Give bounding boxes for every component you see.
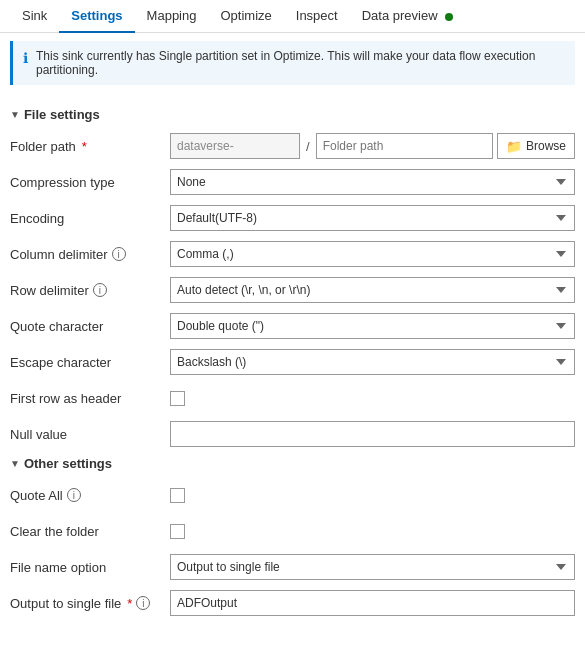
info-banner: ℹ This sink currently has Single partiti… [10, 41, 575, 85]
tab-inspect[interactable]: Inspect [284, 0, 350, 33]
file-name-option-label: File name option [10, 560, 170, 575]
row-delimiter-select[interactable]: Auto detect (\r, \n, or \r\n) \r\n \n \r [170, 277, 575, 303]
row-delimiter-label: Row delimiter i [10, 283, 170, 298]
escape-character-control: Backslash (\) Double quote (") None [170, 349, 575, 375]
path-separator: / [304, 139, 312, 154]
collapse-triangle: ▼ [10, 109, 20, 120]
tab-optimize[interactable]: Optimize [208, 0, 283, 33]
folder-icon: 📁 [506, 139, 522, 154]
quote-character-select[interactable]: Double quote (") Single quote (') None [170, 313, 575, 339]
folder-prefix-input[interactable] [170, 133, 300, 159]
output-required-marker: * [127, 596, 132, 611]
folder-path-control: / 📁 Browse [170, 133, 575, 159]
first-row-as-header-checkbox[interactable] [170, 391, 185, 406]
info-banner-text: This sink currently has Single partition… [36, 49, 565, 77]
quote-all-label: Quote All i [10, 488, 170, 503]
file-settings-label: File settings [24, 107, 100, 122]
null-value-control [170, 421, 575, 447]
quote-character-row: Quote character Double quote (") Single … [10, 312, 575, 340]
folder-path-input[interactable] [316, 133, 493, 159]
clear-folder-control [170, 524, 575, 539]
other-settings-header[interactable]: ▼ Other settings [10, 456, 575, 471]
file-settings-header[interactable]: ▼ File settings [10, 107, 575, 122]
null-value-row: Null value [10, 420, 575, 448]
compression-type-row: Compression type None gzip bzip2 deflate [10, 168, 575, 196]
clear-folder-row: Clear the folder [10, 517, 575, 545]
tab-sink[interactable]: Sink [10, 0, 59, 33]
row-delimiter-info-icon[interactable]: i [93, 283, 107, 297]
form-area: ▼ File settings Folder path * / 📁 Browse… [0, 93, 585, 635]
encoding-label: Encoding [10, 211, 170, 226]
compression-type-select[interactable]: None gzip bzip2 deflate [170, 169, 575, 195]
row-delimiter-row: Row delimiter i Auto detect (\r, \n, or … [10, 276, 575, 304]
quote-character-control: Double quote (") Single quote (') None [170, 313, 575, 339]
tab-data-preview[interactable]: Data preview [350, 0, 466, 33]
folder-path-row: Folder path * / 📁 Browse [10, 132, 575, 160]
null-value-input[interactable] [170, 421, 575, 447]
first-row-as-header-control [170, 391, 575, 406]
column-delimiter-label: Column delimiter i [10, 247, 170, 262]
tab-settings[interactable]: Settings [59, 0, 134, 33]
output-to-single-file-row: Output to single file * i [10, 589, 575, 617]
output-to-single-file-label: Output to single file * i [10, 596, 170, 611]
other-settings-label: Other settings [24, 456, 112, 471]
quote-all-info-icon[interactable]: i [67, 488, 81, 502]
status-dot [445, 13, 453, 21]
first-row-as-header-row: First row as header [10, 384, 575, 412]
quote-all-control [170, 488, 575, 503]
browse-button[interactable]: 📁 Browse [497, 133, 575, 159]
output-to-single-file-input[interactable] [170, 590, 575, 616]
column-delimiter-info-icon[interactable]: i [112, 247, 126, 261]
encoding-row: Encoding Default(UTF-8) UTF-8 UTF-16 [10, 204, 575, 232]
info-icon: ℹ [23, 50, 28, 66]
compression-type-label: Compression type [10, 175, 170, 190]
file-name-option-control: Output to single file Default Per partit… [170, 554, 575, 580]
escape-character-label: Escape character [10, 355, 170, 370]
column-delimiter-select[interactable]: Comma (,) Tab (\t) Semicolon (;) Pipe (|… [170, 241, 575, 267]
compression-type-control: None gzip bzip2 deflate [170, 169, 575, 195]
quote-all-row: Quote All i [10, 481, 575, 509]
folder-path-label: Folder path * [10, 139, 170, 154]
escape-character-row: Escape character Backslash (\) Double qu… [10, 348, 575, 376]
column-delimiter-control: Comma (,) Tab (\t) Semicolon (;) Pipe (|… [170, 241, 575, 267]
required-marker: * [82, 139, 87, 154]
tab-mapping[interactable]: Mapping [135, 0, 209, 33]
encoding-control: Default(UTF-8) UTF-8 UTF-16 [170, 205, 575, 231]
quote-character-label: Quote character [10, 319, 170, 334]
clear-folder-checkbox[interactable] [170, 524, 185, 539]
first-row-as-header-label: First row as header [10, 391, 170, 406]
tab-bar: Sink Settings Mapping Optimize Inspect D… [0, 0, 585, 33]
output-info-icon[interactable]: i [136, 596, 150, 610]
other-collapse-triangle: ▼ [10, 458, 20, 469]
encoding-select[interactable]: Default(UTF-8) UTF-8 UTF-16 [170, 205, 575, 231]
row-delimiter-control: Auto detect (\r, \n, or \r\n) \r\n \n \r [170, 277, 575, 303]
quote-all-checkbox[interactable] [170, 488, 185, 503]
clear-folder-label: Clear the folder [10, 524, 170, 539]
output-to-single-file-control [170, 590, 575, 616]
null-value-label: Null value [10, 427, 170, 442]
file-name-option-row: File name option Output to single file D… [10, 553, 575, 581]
file-name-option-select[interactable]: Output to single file Default Per partit… [170, 554, 575, 580]
column-delimiter-row: Column delimiter i Comma (,) Tab (\t) Se… [10, 240, 575, 268]
escape-character-select[interactable]: Backslash (\) Double quote (") None [170, 349, 575, 375]
